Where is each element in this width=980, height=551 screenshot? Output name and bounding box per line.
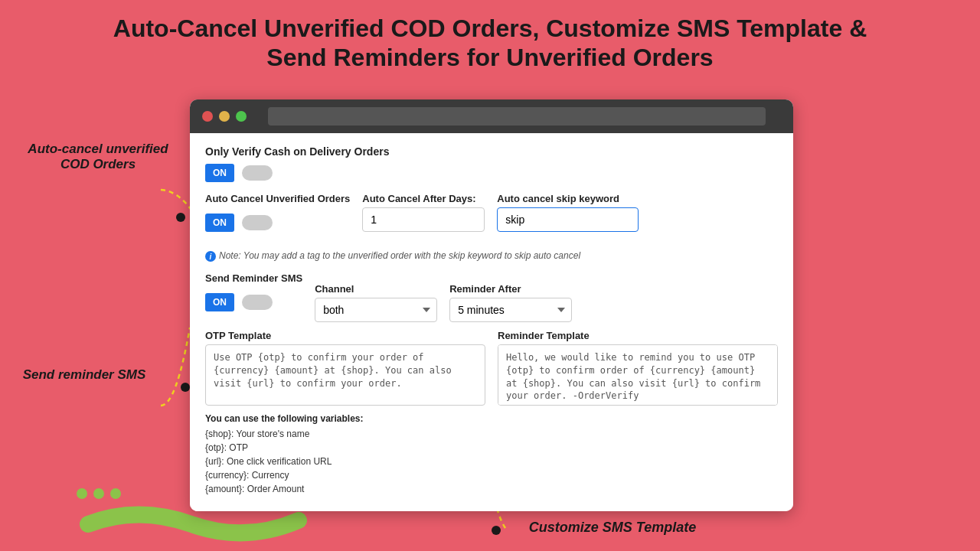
reminder-after-select[interactable]: 5 minutes 10 minutes 15 minutes 30 minut… <box>449 298 572 322</box>
reminder-after-label: Reminder After <box>449 283 572 295</box>
skip-keyword-group: Auto cancel skip keyword <box>497 193 639 232</box>
only-verify-cod-label: Only Verify Cash on Delivery Orders <box>205 145 778 158</box>
green-dots <box>77 488 121 499</box>
otp-template-group: OTP Template Use OTP {otp} to confirm yo… <box>205 330 485 406</box>
url-bar[interactable] <box>268 107 766 126</box>
annotation-customize-sms: Customize SMS Template <box>505 520 720 536</box>
only-verify-cod-toggle-container: ON <box>205 164 778 182</box>
channel-group: Channel both SMS WhatsApp <box>315 283 437 322</box>
reminder-sms-toggle-container: ON <box>205 293 302 311</box>
traffic-light-green[interactable] <box>236 111 247 122</box>
traffic-light-yellow[interactable] <box>219 111 230 122</box>
variables-title: You can use the following variables: <box>205 413 778 424</box>
annotation-send-reminder: Send reminder SMS <box>8 367 161 383</box>
after-days-input[interactable] <box>362 207 485 232</box>
var-otp: {otp}: OTP <box>205 441 778 455</box>
auto-cancel-group: Auto Cancel Unverified Orders ON <box>205 193 350 243</box>
browser-titlebar <box>190 99 793 133</box>
channel-select[interactable]: both SMS WhatsApp <box>315 298 437 322</box>
reminder-template-group: Reminder Template Hello, we would like t… <box>498 330 778 406</box>
var-url: {url}: One click verification URL <box>205 455 778 468</box>
variables-section: You can use the following variables: {sh… <box>205 413 778 496</box>
otp-template-label: OTP Template <box>205 330 485 341</box>
reminder-sms-section: Send Reminder SMS ON Channel both SMS Wh… <box>205 272 778 322</box>
reminder-after-group: Reminder After 5 minutes 10 minutes 15 m… <box>449 283 572 322</box>
traffic-light-red[interactable] <box>202 111 213 122</box>
browser-content: Only Verify Cash on Delivery Orders ON A… <box>190 133 793 511</box>
reminder-template-label: Reminder Template <box>498 330 778 341</box>
only-verify-cod-track <box>242 165 273 181</box>
auto-cancel-toggle-container: ON <box>205 214 350 232</box>
reminder-sms-group: Send Reminder SMS ON <box>205 272 302 322</box>
auto-cancel-row: Auto Cancel Unverified Orders ON Auto Ca… <box>205 193 778 243</box>
var-shop: {shop}: Your store's name <box>205 427 778 441</box>
browser-window: Only Verify Cash on Delivery Orders ON A… <box>190 99 793 511</box>
page-title: Auto-Cancel Unverified COD Orders, Custo… <box>0 0 980 80</box>
templates-row: OTP Template Use OTP {otp} to confirm yo… <box>205 330 778 406</box>
reminder-sms-toggle[interactable]: ON <box>205 293 234 311</box>
auto-cancel-days-group: Auto Cancel After Days: <box>362 193 485 232</box>
auto-cancel-label: Auto Cancel Unverified Orders <box>205 193 350 204</box>
channel-label: Channel <box>315 283 437 295</box>
auto-cancel-note: i Note: You may add a tag to the unverif… <box>205 250 778 262</box>
after-days-label: Auto Cancel After Days: <box>362 193 485 204</box>
auto-cancel-track <box>242 215 273 230</box>
reminder-sms-track <box>242 295 273 310</box>
auto-cancel-toggle[interactable]: ON <box>205 214 234 232</box>
var-amount: {amount}: Order Amount <box>205 482 778 496</box>
var-currency: {currency}: Currency <box>205 468 778 482</box>
reminder-template-textarea[interactable]: Hello, we would like to remind you to us… <box>498 344 778 406</box>
only-verify-cod-toggle[interactable]: ON <box>205 164 234 182</box>
dot-autocod <box>176 213 185 222</box>
annotation-auto-cancel: Auto-cancel unverified COD Orders <box>21 142 175 172</box>
info-icon: i <box>205 251 216 262</box>
dot-customize <box>492 526 501 535</box>
skip-keyword-label: Auto cancel skip keyword <box>497 193 639 204</box>
reminder-sms-label: Send Reminder SMS <box>205 272 302 284</box>
dot-reminder <box>181 383 190 392</box>
otp-template-textarea[interactable]: Use OTP {otp} to confirm your order of {… <box>205 344 485 406</box>
skip-keyword-input[interactable] <box>497 207 639 232</box>
